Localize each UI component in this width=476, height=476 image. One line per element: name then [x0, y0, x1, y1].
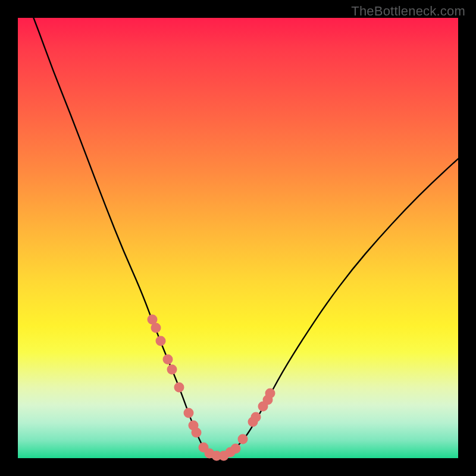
- chart-curve: [18, 18, 458, 458]
- chart-marker: [250, 412, 261, 422]
- chart-marker: [155, 336, 165, 346]
- chart-marker: [265, 389, 275, 399]
- plot-area: [18, 18, 458, 458]
- chart-frame: TheBottleneck.com: [0, 0, 476, 476]
- chart-marker: [191, 428, 201, 438]
- chart-marker: [184, 408, 194, 418]
- watermark-text: TheBottleneck.com: [351, 4, 465, 19]
- chart-marker: [238, 434, 248, 444]
- chart-marker: [230, 443, 240, 453]
- chart-marker: [151, 322, 161, 333]
- chart-marker: [162, 354, 173, 364]
- chart-marker: [174, 382, 184, 392]
- chart-marker: [167, 365, 177, 375]
